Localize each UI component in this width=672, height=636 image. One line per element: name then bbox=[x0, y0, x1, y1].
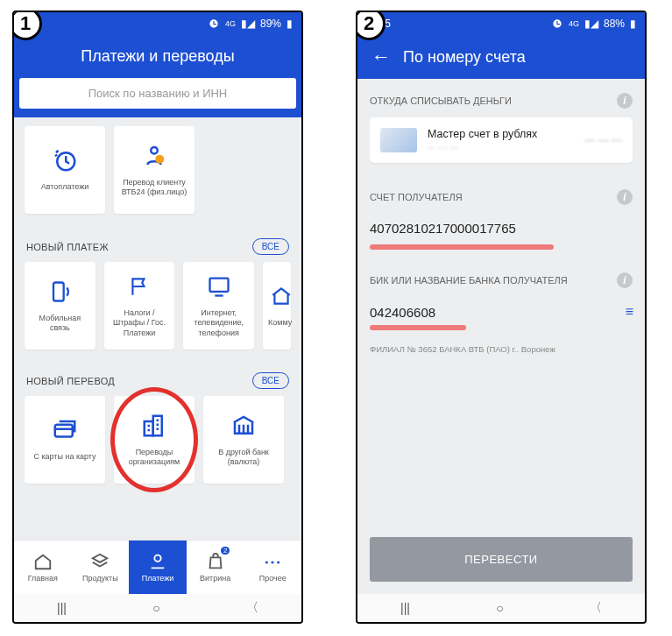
tile-internet[interactable]: Интернет, телевидение, телефония bbox=[183, 262, 254, 350]
tile-label: Мобильная связь bbox=[28, 314, 92, 334]
section-title: НОВЫЙ ПЛАТЕЖ bbox=[26, 242, 109, 252]
header-title: Платежи и переводы bbox=[28, 47, 287, 66]
nav-label: Платежи bbox=[142, 574, 174, 583]
phone-screen-1: 1 *34 4G ▮◢ 89% ▮ Платежи и переводы Пои… bbox=[12, 11, 303, 624]
status-bar: *34 4G ▮◢ 89% ▮ bbox=[14, 12, 301, 35]
highlight-ring bbox=[110, 387, 198, 492]
bottom-nav: Главная Продукты Платежи 2 Витрина ⋯ Про… bbox=[14, 540, 301, 594]
svg-rect-5 bbox=[55, 425, 73, 437]
dots-icon: ⋯ bbox=[263, 552, 282, 571]
from-account-label: ОТКУДА СПИСЫВАТЬ ДЕНЬГИ bbox=[370, 95, 512, 106]
see-all-button[interactable]: ВСЕ bbox=[252, 238, 289, 255]
battery-pct: 88% bbox=[604, 18, 625, 30]
alarm-icon bbox=[551, 18, 563, 30]
svg-rect-6 bbox=[145, 421, 153, 435]
svg-point-8 bbox=[154, 555, 160, 562]
nav-label: Главная bbox=[28, 574, 58, 583]
see-all-button[interactable]: ВСЕ bbox=[252, 372, 289, 389]
buildings-icon bbox=[141, 413, 167, 439]
bik-label: БИК ИЛИ НАЗВАНИЕ БАНКА ПОЛУЧАТЕЛЯ bbox=[370, 275, 568, 286]
home-icon bbox=[33, 552, 53, 571]
content-area: Автоплатежи Перевод клиенту ВТБ24 (физ.л… bbox=[14, 117, 301, 540]
tile-label: Налоги / Штрафы / Гос. Платежи bbox=[108, 308, 172, 338]
network-label: 4G bbox=[569, 19, 579, 28]
tile-label: Перевод клиенту ВТБ24 (физ.лицо) bbox=[117, 178, 191, 198]
phone-signal-icon bbox=[46, 279, 73, 305]
svg-rect-3 bbox=[53, 282, 64, 300]
clock-icon bbox=[52, 147, 78, 173]
tile-label: С карты на карту bbox=[33, 452, 95, 462]
alarm-icon bbox=[208, 18, 220, 30]
bag-icon bbox=[206, 552, 225, 571]
recent-apps-icon[interactable]: ||| bbox=[400, 601, 410, 615]
nav-more[interactable]: ⋯ Прочее bbox=[244, 541, 301, 594]
search-container: Поиск по названию и ИНН bbox=[14, 78, 301, 117]
nav-label: Витрина bbox=[200, 574, 230, 583]
tile-label: Переводы организациям bbox=[117, 448, 191, 468]
highlight-underline bbox=[370, 244, 554, 250]
battery-pct: 89% bbox=[260, 18, 281, 30]
search-input[interactable]: Поиск по названию и ИНН bbox=[19, 78, 296, 109]
nav-label: Прочее bbox=[259, 574, 286, 583]
battery-icon: ▮ bbox=[630, 18, 636, 30]
tile-taxes[interactable]: Налоги / Штрафы / Гос. Платежи bbox=[104, 262, 175, 350]
system-nav: ||| ○ 〈 bbox=[357, 594, 645, 622]
app-header: Платежи и переводы bbox=[14, 35, 301, 78]
tile-person-transfer[interactable]: Перевод клиенту ВТБ24 (физ.лицо) bbox=[114, 126, 195, 214]
person-icon bbox=[141, 143, 167, 169]
info-icon[interactable]: i bbox=[617, 189, 633, 205]
recipient-account-input[interactable]: 40702810217000017765 bbox=[370, 214, 633, 241]
list-icon[interactable]: ≡ bbox=[626, 304, 633, 320]
svg-point-2 bbox=[157, 156, 164, 163]
flag-icon bbox=[126, 273, 152, 300]
back-arrow-icon[interactable]: ← bbox=[371, 47, 391, 67]
transfer-button[interactable]: ПЕРЕВЕСТИ bbox=[370, 537, 633, 582]
content-area: ОТКУДА СПИСЫВАТЬ ДЕНЬГИ i Мастер счет в … bbox=[357, 79, 645, 594]
account-name: Мастер счет в рублях bbox=[428, 128, 574, 140]
source-account-card[interactable]: Мастер счет в рублях ··· ···· ···· — — — bbox=[370, 117, 633, 163]
tile-label: Интернет, телевидение, телефония bbox=[187, 308, 251, 338]
tile-org-transfer[interactable]: Переводы организациям bbox=[114, 396, 195, 484]
info-icon[interactable]: i bbox=[617, 272, 633, 288]
nav-badge: 2 bbox=[221, 547, 230, 555]
back-icon[interactable]: 〈 bbox=[246, 600, 258, 616]
network-label: 4G bbox=[225, 19, 236, 28]
signal-icon: ▮◢ bbox=[241, 18, 255, 30]
recipient-account-label: СЧЕТ ПОЛУЧАТЕЛЯ bbox=[370, 192, 463, 202]
nav-products[interactable]: Продукты bbox=[72, 541, 130, 594]
home-icon[interactable]: ○ bbox=[152, 601, 159, 615]
highlight-underline bbox=[370, 325, 466, 330]
tile-utilities[interactable]: Комму bbox=[263, 262, 291, 350]
nav-showcase[interactable]: 2 Витрина bbox=[187, 541, 244, 594]
account-sub: ··· ···· ···· bbox=[428, 143, 574, 152]
tile-other-bank[interactable]: В другой банк (валюта) bbox=[203, 396, 284, 484]
home-icon[interactable]: ○ bbox=[496, 601, 503, 615]
section-title: НОВЫЙ ПЕРЕВОД bbox=[26, 376, 115, 386]
tile-mobile[interactable]: Мобильная связь bbox=[25, 262, 95, 350]
tile-card-to-card[interactable]: С карты на карту bbox=[25, 396, 105, 484]
tile-label: В другой банк (валюта) bbox=[207, 448, 280, 468]
app-header: ← По номеру счета bbox=[357, 35, 645, 79]
svg-rect-4 bbox=[209, 279, 228, 292]
bik-input[interactable]: 042406608 bbox=[370, 305, 435, 320]
status-bar: *7:35 4G ▮◢ 88% ▮ bbox=[357, 12, 645, 35]
signal-icon: ▮◢ bbox=[584, 18, 598, 30]
bank-icon bbox=[230, 413, 257, 439]
phone-screen-2: 2 *7:35 4G ▮◢ 88% ▮ ← По номеру счета ОТ… bbox=[356, 11, 647, 624]
nav-payments[interactable]: Платежи bbox=[129, 541, 187, 594]
tile-label: Автоплатежи bbox=[41, 182, 89, 192]
tile-autopay[interactable]: Автоплатежи bbox=[25, 126, 105, 214]
bank-caption: ФИЛИАЛ № 3652 БАНКА ВТБ (ПАО) г.. Вороне… bbox=[357, 339, 645, 354]
tile-label: Комму bbox=[268, 318, 292, 328]
recent-apps-icon[interactable]: ||| bbox=[57, 601, 67, 615]
card-thumb-icon bbox=[380, 128, 417, 152]
cards-icon bbox=[52, 417, 78, 443]
info-icon[interactable]: i bbox=[617, 93, 633, 109]
back-icon[interactable]: 〈 bbox=[590, 600, 602, 616]
system-nav: ||| ○ 〈 bbox=[14, 594, 301, 622]
nav-home[interactable]: Главная bbox=[14, 541, 72, 594]
person-circle-icon bbox=[148, 552, 167, 571]
monitor-icon bbox=[206, 273, 232, 300]
house-icon bbox=[268, 283, 294, 309]
header-title: По номеру счета bbox=[403, 48, 631, 67]
